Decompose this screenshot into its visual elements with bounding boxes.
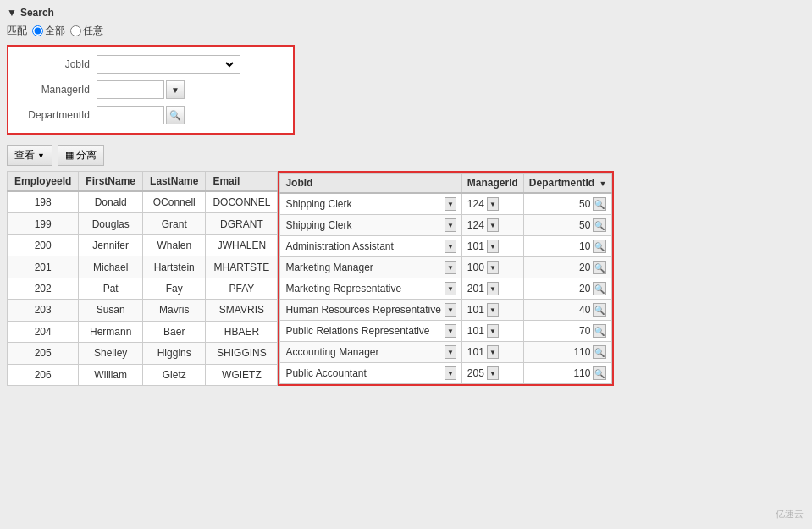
table-row: Marketing Representative ▼ 201 ▼ 20 🔍 [280, 278, 612, 300]
departmentid-srch-btn[interactable]: 🔍 [593, 261, 606, 274]
search-title: Search [20, 7, 54, 19]
cell-email: MHARTSTE [206, 256, 278, 278]
th-email: Email [206, 172, 278, 192]
jobid-select-input[interactable] [101, 56, 236, 73]
departmentid-srch-btn[interactable]: 🔍 [593, 345, 606, 359]
departmentid-srch-btn[interactable]: 🔍 [593, 218, 606, 232]
managerid-label: ManagerId [20, 84, 97, 96]
managerid-select-btn[interactable]: ▼ [487, 218, 499, 232]
jobid-select-btn[interactable]: ▼ [445, 197, 456, 211]
toolbar: 查看 ▼ ▦ 分离 [7, 145, 805, 166]
cell-lastname: Gietz [143, 364, 206, 385]
departmentid-srch-btn[interactable]: 🔍 [593, 197, 606, 211]
jobid-select-btn[interactable]: ▼ [445, 366, 456, 380]
managerid-select-btn[interactable]: ▼ [487, 324, 499, 338]
managerid-dropdown-btn[interactable]: ▼ [166, 80, 185, 99]
jobid-value: Accounting Manager [285, 346, 378, 358]
cell-managerid: 100 ▼ [461, 257, 523, 278]
managerid-select-btn[interactable]: ▼ [487, 303, 499, 317]
cell-managerid: 201 ▼ [461, 278, 523, 300]
cell-employeeid: 204 [8, 321, 79, 342]
th-jobid: JobId [280, 174, 461, 194]
jobid-select-btn[interactable]: ▼ [445, 261, 456, 274]
managerid-select-btn[interactable]: ▼ [487, 197, 499, 211]
cell-jobid: Public Accountant ▼ [280, 363, 461, 384]
managerid-input[interactable] [97, 80, 164, 99]
view-button[interactable]: 查看 ▼ [7, 145, 52, 166]
cell-jobid: Public Relations Representative ▼ [280, 321, 461, 342]
cell-email: SHIGGINS [206, 343, 278, 364]
cell-email: PFAY [206, 278, 278, 299]
cell-lastname: Fay [143, 278, 206, 299]
departmentid-value: 20 [579, 283, 590, 295]
managerid-select-btn[interactable]: ▼ [487, 240, 499, 253]
jobid-select[interactable] [97, 55, 240, 74]
departmentid-srch-btn[interactable]: 🔍 [593, 282, 606, 295]
jobid-select-btn[interactable]: ▼ [445, 282, 456, 295]
cell-email: JWHALEN [206, 234, 278, 256]
cell-lastname: Grant [143, 213, 206, 234]
jobid-select-btn[interactable]: ▼ [445, 345, 456, 359]
table-row: 203 Susan Mavris SMAVRIS [8, 300, 278, 321]
cell-departmentid: 110 🔍 [523, 342, 612, 363]
departmentid-search-btn[interactable]: 🔍 [166, 106, 185, 124]
table-row: Marketing Manager ▼ 100 ▼ 20 🔍 [280, 257, 612, 278]
cell-jobid: Accounting Manager ▼ [280, 342, 461, 363]
managerid-value: 124 [467, 198, 484, 210]
departmentid-srch-btn[interactable]: 🔍 [593, 324, 606, 338]
cell-departmentid: 40 🔍 [523, 300, 612, 321]
managerid-select-btn[interactable]: ▼ [487, 345, 499, 359]
match-any-option[interactable]: 任意 [70, 24, 103, 38]
departmentid-sort-icon[interactable]: ▼ [599, 179, 607, 188]
right-tbody: Shipping Clerk ▼ 124 ▼ 50 🔍 Shipping C [280, 193, 612, 384]
managerid-select-btn[interactable]: ▼ [487, 366, 499, 380]
cell-managerid: 124 ▼ [461, 193, 523, 215]
match-label: 匹配 [7, 24, 27, 38]
table-row: 201 Michael Hartstein MHARTSTE [8, 256, 278, 278]
departmentid-srch-btn[interactable]: 🔍 [593, 240, 606, 253]
cell-departmentid: 20 🔍 [523, 278, 612, 300]
managerid-select-btn[interactable]: ▼ [487, 261, 499, 274]
table-row: 205 Shelley Higgins SHIGGINS [8, 343, 278, 364]
jobid-select-btn[interactable]: ▼ [445, 218, 456, 232]
table-row: Public Accountant ▼ 205 ▼ 110 🔍 [280, 363, 612, 384]
jobid-select-btn[interactable]: ▼ [445, 240, 456, 253]
departmentid-value: 10 [579, 240, 590, 252]
th-departmentid: DepartmentId ▼ [523, 174, 612, 194]
departmentid-srch-btn[interactable]: 🔍 [593, 366, 606, 380]
match-any-label: 任意 [83, 24, 103, 38]
managerid-value: 205 [467, 367, 484, 379]
jobid-value: Human Resources Representative [285, 304, 440, 316]
managerid-value: 101 [467, 346, 484, 358]
departmentid-input[interactable] [97, 106, 164, 124]
jobid-select-btn[interactable]: ▼ [445, 303, 456, 317]
match-any-radio[interactable] [70, 25, 81, 36]
departmentid-value: 110 [573, 346, 590, 358]
cell-email: HBAER [206, 321, 278, 342]
departmentid-srch-btn[interactable]: 🔍 [593, 303, 606, 317]
table-row: Administration Assistant ▼ 101 ▼ 10 🔍 [280, 236, 612, 257]
cell-employeeid: 206 [8, 364, 79, 385]
managerid-value: 201 [467, 283, 484, 295]
jobid-select-btn[interactable]: ▼ [445, 324, 456, 338]
cell-firstname: William [79, 364, 143, 385]
managerid-row: ManagerId ▼ [20, 80, 281, 99]
match-all-option[interactable]: 全部 [32, 24, 65, 38]
right-table: JobId ManagerId DepartmentId ▼ Shipping … [279, 173, 612, 384]
separate-icon: ▦ [65, 150, 74, 161]
cell-managerid: 101 ▼ [461, 300, 523, 321]
departmentid-value: 70 [579, 325, 590, 337]
match-all-label: 全部 [45, 24, 65, 38]
cell-email: WGIETZ [206, 364, 278, 385]
jobid-label: JobId [20, 58, 97, 70]
cell-lastname: Hartstein [143, 256, 206, 278]
separate-button[interactable]: ▦ 分离 [58, 145, 104, 166]
table-row: 202 Pat Fay PFAY [8, 278, 278, 299]
cell-departmentid: 20 🔍 [523, 257, 612, 278]
cell-firstname: Douglas [79, 213, 143, 234]
managerid-select-btn[interactable]: ▼ [487, 282, 499, 295]
match-all-radio[interactable] [32, 25, 43, 36]
departmentid-value: 40 [579, 304, 590, 316]
jobid-value: Administration Assistant [285, 240, 393, 252]
cell-employeeid: 198 [8, 191, 79, 213]
